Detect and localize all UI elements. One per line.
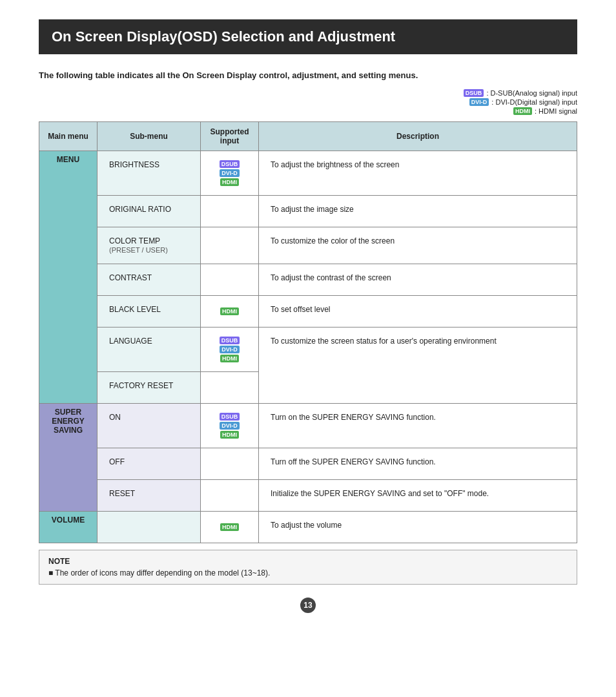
desc-language-factory: To customize the screen status for a use… (259, 328, 577, 404)
legend-dvid: DVI-D : DVI-D(Digital signal) input (469, 98, 577, 106)
main-super-energy-cell: SUPERENERGYSAVING (39, 404, 98, 512)
supported-color-temp (201, 227, 259, 264)
desc-color-temp: To customize the color of the screen (259, 227, 577, 264)
table-row: LANGUAGE DSUB DVI-D HDMI To customize th… (39, 328, 577, 372)
supported-factory-reset (201, 372, 259, 404)
sub-menu-color-temp: COLOR TEMP(PRESET / USER) (98, 227, 201, 264)
legend-hdmi-text: : HDMI signal (535, 107, 577, 115)
sub-menu-contrast: CONTRAST (98, 264, 201, 296)
table-row: COLOR TEMP(PRESET / USER) To customize t… (39, 227, 577, 264)
badge-dsub: DSUB (464, 89, 484, 97)
sub-menu-language: LANGUAGE (98, 328, 201, 372)
sub-menu-brightness: BRIGHTNESS (98, 151, 201, 196)
legend-dvid-text: : DVI-D(Digital signal) input (491, 98, 577, 106)
desc-on: Turn on the SUPER ENERGY SAVING function… (259, 404, 577, 448)
sub-menu-black-level: BLACK LEVEL (98, 296, 201, 328)
supported-black-level: HDMI (201, 296, 259, 328)
supported-contrast (201, 264, 259, 296)
sub-menu-off: OFF (98, 448, 201, 480)
desc-brightness: To adjust the brightness of the screen (259, 151, 577, 196)
main-volume-cell: VOLUME (39, 512, 98, 543)
main-table: Main menu Sub-menu Supported input Descr… (39, 121, 577, 543)
desc-volume: To adjust the volume (259, 512, 577, 543)
col-header-desc: Description (259, 122, 577, 151)
supported-volume: HDMI (201, 512, 259, 543)
table-row: RESET Initialize the SUPER ENERGY SAVING… (39, 480, 577, 512)
table-row: BLACK LEVEL HDMI To set offset level (39, 296, 577, 328)
page-number-area: 13 (39, 598, 577, 613)
col-header-supported: Supported input (201, 122, 259, 151)
desc-contrast: To adjust the contrast of the screen (259, 264, 577, 296)
supported-brightness: DSUB DVI-D HDMI (201, 151, 259, 196)
sub-menu-original-ratio: ORIGINAL RATIO (98, 196, 201, 227)
supported-reset (201, 480, 259, 512)
table-row: VOLUME HDMI To adjust the volume (39, 512, 577, 543)
badge-dvid: DVI-D (469, 98, 489, 106)
table-row: MENU BRIGHTNESS DSUB DVI-D HDMI To adjus… (39, 151, 577, 196)
table-row: SUPERENERGYSAVING ON DSUB DVI-D HDMI Tur… (39, 404, 577, 448)
sub-menu-volume (98, 512, 201, 543)
sub-menu-factory-reset: FACTORY RESET (98, 372, 201, 404)
col-header-main: Main menu (39, 122, 98, 151)
note-text: ■ The order of icons may differ dependin… (48, 568, 568, 577)
desc-original-ratio: To adjust the image size (259, 196, 577, 227)
col-header-sub: Sub-menu (98, 122, 201, 151)
supported-language: DSUB DVI-D HDMI (201, 328, 259, 372)
note-box: NOTE ■ The order of icons may differ dep… (39, 550, 577, 585)
sub-menu-reset: RESET (98, 480, 201, 512)
legend-area: DSUB : D-SUB(Analog signal) input DVI-D … (39, 89, 577, 116)
supported-off (201, 448, 259, 480)
desc-off: Turn off the SUPER ENERGY SAVING functio… (259, 448, 577, 480)
supported-on: DSUB DVI-D HDMI (201, 404, 259, 448)
legend-dsub: DSUB : D-SUB(Analog signal) input (464, 89, 577, 97)
sub-menu-on: ON (98, 404, 201, 448)
legend-dsub-text: : D-SUB(Analog signal) input (486, 89, 577, 97)
legend-hdmi: HDMI : HDMI signal (513, 107, 577, 115)
note-title: NOTE (48, 557, 568, 566)
desc-reset: Initialize the SUPER ENERGY SAVING and s… (259, 480, 577, 512)
table-row: ORIGINAL RATIO To adjust the image size (39, 196, 577, 227)
table-row: OFF Turn off the SUPER ENERGY SAVING fun… (39, 448, 577, 480)
main-menu-cell: MENU (39, 151, 98, 404)
intro-text: The following table indicates all the On… (39, 70, 577, 81)
desc-black-level: To set offset level (259, 296, 577, 328)
page-num-badge: 13 (300, 598, 316, 613)
supported-original-ratio (201, 196, 259, 227)
page-title: On Screen Display(OSD) Selection and Adj… (39, 19, 577, 54)
table-row: CONTRAST To adjust the contrast of the s… (39, 264, 577, 296)
badge-hdmi: HDMI (513, 107, 532, 115)
